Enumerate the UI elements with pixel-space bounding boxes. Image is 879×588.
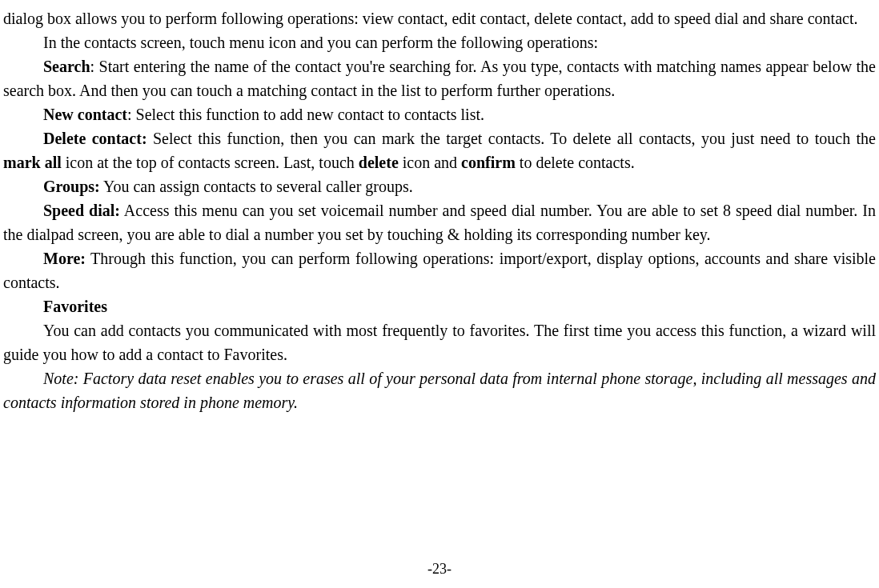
label-mark-all: mark all: [3, 154, 62, 171]
text-search: : Start entering the name of the contact…: [3, 58, 876, 99]
label-speed-dial: Speed dial:: [43, 202, 120, 219]
paragraph-delete-contact: Delete contact: Select this function, th…: [3, 126, 876, 174]
paragraph-search: Search: Start entering the name of the c…: [3, 54, 876, 102]
text-delete-3: icon and: [399, 154, 461, 171]
document-content: dialog box allows you to perform followi…: [3, 6, 876, 414]
label-favorites: Favorites: [43, 298, 107, 315]
text-delete-1: Select this function, then you can mark …: [147, 130, 876, 147]
text-new-contact: : Select this function to add new contac…: [127, 106, 484, 123]
paragraph-favorites-text: You can add contacts you communicated wi…: [3, 318, 876, 366]
text-more: Through this function, you can perform f…: [3, 250, 876, 291]
label-more: More:: [43, 250, 86, 267]
label-confirm: confirm: [461, 154, 516, 171]
paragraph-groups: Groups: You can assign contacts to sever…: [3, 174, 876, 198]
text-delete-2: icon at the top of contacts screen. Last…: [62, 154, 359, 171]
paragraph-more: More: Through this function, you can per…: [3, 246, 876, 294]
label-new-contact: New contact: [43, 106, 127, 123]
label-delete-contact: Delete contact:: [43, 130, 147, 147]
label-delete: delete: [359, 154, 399, 171]
label-search: Search: [43, 58, 90, 75]
paragraph-note: Note: Factory data reset enables you to …: [3, 366, 876, 414]
text-delete-4: to delete contacts.: [516, 154, 635, 171]
label-groups: Groups:: [43, 178, 100, 195]
text-speed-dial: Access this menu can you set voicemail n…: [3, 202, 876, 243]
text-groups: You can assign contacts to several calle…: [100, 178, 413, 195]
paragraph-menu-intro: In the contacts screen, touch menu icon …: [3, 30, 876, 54]
paragraph-speed-dial: Speed dial: Access this menu can you set…: [3, 198, 876, 246]
page-number: -23-: [0, 558, 879, 580]
paragraph-intro: dialog box allows you to perform followi…: [3, 6, 876, 30]
paragraph-new-contact: New contact: Select this function to add…: [3, 102, 876, 126]
paragraph-favorites-heading: Favorites: [3, 294, 876, 318]
